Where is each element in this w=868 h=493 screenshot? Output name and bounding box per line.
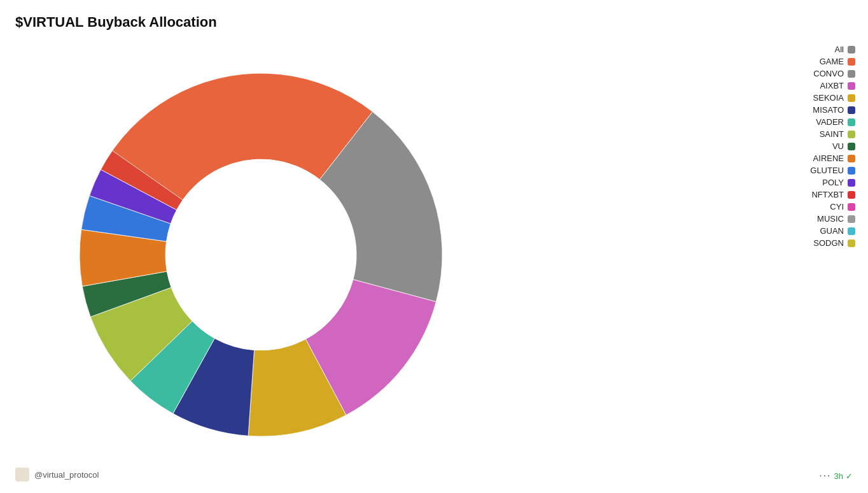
legend-color-dot <box>848 58 855 66</box>
legend-color-dot <box>848 179 855 187</box>
legend-item-aixbt: AIXBT <box>753 81 855 90</box>
legend-label: CYI <box>830 202 844 211</box>
legend-color-dot <box>848 46 855 54</box>
footer-time: ··· 3h ✓ <box>819 470 853 482</box>
legend-item-convo: CONVO <box>753 69 855 78</box>
footer: @virtual_protocol <box>15 468 99 482</box>
legend-color-dot <box>848 131 855 138</box>
legend-color-dot <box>848 215 855 223</box>
legend-label: VU <box>832 141 844 151</box>
legend-color-dot <box>848 167 855 175</box>
more-dots: ··· <box>819 470 831 482</box>
time-label: 3h <box>834 471 843 481</box>
legend-item-guan: GUAN <box>753 226 855 236</box>
check-icon: ✓ <box>846 471 853 481</box>
page-title: $VIRTUAL Buyback Allocation <box>15 14 217 31</box>
legend-item-vu: VU <box>753 141 855 151</box>
legend-color-dot <box>848 227 855 235</box>
legend-label: SEKOIA <box>813 93 844 103</box>
legend-label: POLY <box>822 178 844 187</box>
avatar <box>15 468 29 482</box>
legend-item-all: All <box>753 45 855 54</box>
legend-color-dot <box>848 191 855 199</box>
legend: AllGAMECONVOAIXBTSEKOIAMISATOVADERSAINTV… <box>753 45 855 248</box>
legend-color-dot <box>848 94 855 102</box>
donut-chart <box>38 38 484 471</box>
legend-item-airene: AIRENE <box>753 154 855 163</box>
handle-label: @virtual_protocol <box>34 470 99 480</box>
legend-color-dot <box>848 155 855 162</box>
legend-label: MISATO <box>813 105 844 115</box>
legend-label: AIRENE <box>813 154 844 163</box>
legend-item-sodgn: SODGN <box>753 238 855 248</box>
legend-label: GLUTEU <box>810 166 844 175</box>
legend-item-music: MUSIC <box>753 214 855 224</box>
legend-item-game: GAME <box>753 57 855 66</box>
legend-label: AIXBT <box>820 81 844 90</box>
legend-label: MUSIC <box>817 214 844 224</box>
legend-color-dot <box>848 70 855 78</box>
legend-item-sekoia: SEKOIA <box>753 93 855 103</box>
legend-label: SAINT <box>820 129 844 139</box>
legend-item-gluteu: GLUTEU <box>753 166 855 175</box>
legend-color-dot <box>848 203 855 211</box>
legend-item-saint: SAINT <box>753 129 855 139</box>
legend-color-dot <box>848 82 855 90</box>
legend-label: NFTXBT <box>811 190 844 199</box>
legend-item-vader: VADER <box>753 117 855 127</box>
legend-label: VADER <box>816 117 844 127</box>
legend-label: GAME <box>820 57 844 66</box>
legend-color-dot <box>848 239 855 247</box>
legend-color-dot <box>848 118 855 126</box>
legend-label: All <box>835 45 844 54</box>
svg-point-0 <box>165 159 356 350</box>
legend-item-cyi: CYI <box>753 202 855 211</box>
legend-label: GUAN <box>820 226 844 236</box>
legend-color-dot <box>848 106 855 114</box>
legend-item-nftxbt: NFTXBT <box>753 190 855 199</box>
legend-label: SODGN <box>813 238 844 248</box>
legend-label: CONVO <box>813 69 844 78</box>
legend-color-dot <box>848 143 855 150</box>
legend-item-poly: POLY <box>753 178 855 187</box>
legend-item-misato: MISATO <box>753 105 855 115</box>
